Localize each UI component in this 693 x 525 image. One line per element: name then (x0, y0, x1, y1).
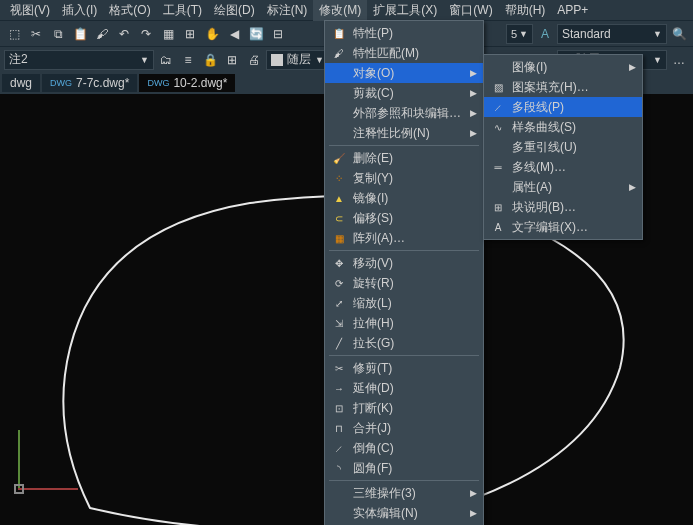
line-icon[interactable]: ≡ (178, 50, 198, 70)
xref-icon[interactable]: ⊞ (222, 50, 242, 70)
mi-mline[interactable]: ═多线(M)… (484, 157, 642, 177)
menu-window[interactable]: 窗口(W) (443, 0, 498, 21)
text-icon[interactable]: A (535, 24, 555, 44)
mi-3d[interactable]: 三维操作(3)▶ (325, 483, 483, 503)
print-icon[interactable]: 🖨 (244, 50, 264, 70)
mi-extend[interactable]: →延伸(D) (325, 378, 483, 398)
pan-icon[interactable]: ✋ (202, 24, 222, 44)
layer-icon[interactable]: 🗂 (156, 50, 176, 70)
mi-join[interactable]: ⊓合并(J) (325, 418, 483, 438)
mi-object[interactable]: 对象(O)▶ (325, 63, 483, 83)
dim-icon[interactable]: ⊟ (268, 24, 288, 44)
ucs-y-axis (18, 430, 20, 490)
ucs-x-axis (18, 488, 78, 490)
mi-lengthen[interactable]: ╱拉长(G) (325, 333, 483, 353)
combo-1[interactable]: 5▼ (506, 24, 533, 44)
mi-offset[interactable]: ⊂偏移(S) (325, 208, 483, 228)
mi-hatch[interactable]: ▨图案填充(H)… (484, 77, 642, 97)
menu-view[interactable]: 视图(V) (4, 0, 56, 21)
ortho-icon[interactable]: ⊞ (180, 24, 200, 44)
mi-delete[interactable]: 🧹删除(E) (325, 148, 483, 168)
cut-icon[interactable]: ✂ (26, 24, 46, 44)
mi-propmatch[interactable]: 🖌特性匹配(M) (325, 43, 483, 63)
rot-icon[interactable]: 🔄 (246, 24, 266, 44)
style-combo[interactable]: Standard▼ (557, 24, 667, 44)
mi-trim[interactable]: ✂修剪(T) (325, 358, 483, 378)
mi-fillet[interactable]: ◝圆角(F) (325, 458, 483, 478)
grid-icon[interactable]: ▦ (158, 24, 178, 44)
mi-solidedit[interactable]: 实体编辑(N)▶ (325, 503, 483, 523)
ucs-origin (14, 484, 24, 494)
copy-icon[interactable]: ⧉ (48, 24, 68, 44)
mi-array[interactable]: ▦阵列(A)… (325, 228, 483, 248)
menu-format[interactable]: 格式(O) (103, 0, 156, 21)
menu-draw[interactable]: 绘图(D) (208, 0, 261, 21)
search-icon[interactable]: 🔍 (669, 24, 689, 44)
redo-icon[interactable]: ↷ (136, 24, 156, 44)
mi-rotate[interactable]: ⟳旋转(R) (325, 273, 483, 293)
menu-modify[interactable]: 修改(M) (313, 0, 367, 21)
tool-icon[interactable]: ⬚ (4, 24, 24, 44)
mi-scale[interactable]: ⤢缩放(L) (325, 293, 483, 313)
layer-combo-1[interactable]: 随层▼ (266, 50, 329, 70)
mi-stretch[interactable]: ⇲拉伸(H) (325, 313, 483, 333)
mi-mleader[interactable]: 多重引线(U) (484, 137, 642, 157)
menu-app[interactable]: APP+ (551, 1, 594, 19)
mi-spline[interactable]: ∿样条曲线(S) (484, 117, 642, 137)
mi-properties[interactable]: 📋特性(P) (325, 23, 483, 43)
menu-tools[interactable]: 工具(T) (157, 0, 208, 21)
mi-chamfer[interactable]: ⟋倒角(C) (325, 438, 483, 458)
annotation-combo[interactable]: 注2▼ (4, 50, 154, 70)
mi-mirror[interactable]: ▲镜像(I) (325, 188, 483, 208)
mi-break[interactable]: ⊡打断(K) (325, 398, 483, 418)
menu-ext[interactable]: 扩展工具(X) (367, 0, 443, 21)
menu-dim[interactable]: 标注(N) (261, 0, 314, 21)
mi-clip[interactable]: 剪裁(C)▶ (325, 83, 483, 103)
lock-icon[interactable]: 🔒 (200, 50, 220, 70)
mi-textedit[interactable]: A文字编辑(X)… (484, 217, 642, 237)
mi-copy[interactable]: ⁘复制(Y) (325, 168, 483, 188)
prev-icon[interactable]: ◀ (224, 24, 244, 44)
menu-insert[interactable]: 插入(I) (56, 0, 103, 21)
undo-icon[interactable]: ↶ (114, 24, 134, 44)
match-icon[interactable]: 🖌 (92, 24, 112, 44)
paste-icon[interactable]: 📋 (70, 24, 90, 44)
mi-move[interactable]: ✥移动(V) (325, 253, 483, 273)
more-icon[interactable]: … (669, 50, 689, 70)
mi-annoscale[interactable]: 注释性比例(N)▶ (325, 123, 483, 143)
modify-menu: 📋特性(P) 🖌特性匹配(M) 对象(O)▶ 剪裁(C)▶ 外部参照和块编辑…▶… (324, 20, 484, 525)
mi-polyline[interactable]: ⟋多段线(P) (484, 97, 642, 117)
menubar: 视图(V) 插入(I) 格式(O) 工具(T) 绘图(D) 标注(N) 修改(M… (0, 0, 693, 20)
object-submenu: 图像(I)▶ ▨图案填充(H)… ⟋多段线(P) ∿样条曲线(S) 多重引线(U… (483, 54, 643, 240)
mi-image[interactable]: 图像(I)▶ (484, 57, 642, 77)
mi-xref[interactable]: 外部参照和块编辑…▶ (325, 103, 483, 123)
mi-attribute[interactable]: 属性(A)▶ (484, 177, 642, 197)
mi-blockdesc[interactable]: ⊞块说明(B)… (484, 197, 642, 217)
menu-help[interactable]: 帮助(H) (499, 0, 552, 21)
